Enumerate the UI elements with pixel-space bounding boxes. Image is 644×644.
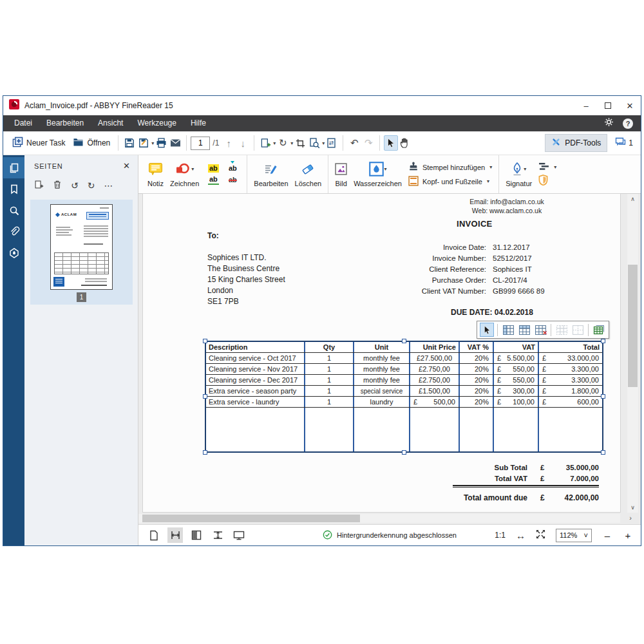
zoom-level-select[interactable]: 112% ˅ — [556, 529, 592, 542]
view-single-page-button[interactable] — [146, 527, 162, 543]
actual-size-button[interactable]: 1:1 — [495, 531, 506, 540]
menu-datei[interactable]: Datei — [7, 115, 39, 131]
vertical-scrollbar[interactable]: ∧ ∨ — [627, 194, 638, 513]
open-button[interactable]: Öffnen — [69, 135, 114, 151]
scroll-down-arrow[interactable]: ∨ — [627, 502, 638, 513]
edit-icon — [264, 162, 278, 177]
fit-width-button[interactable]: ↔ — [516, 530, 526, 541]
select-tool-button[interactable] — [384, 135, 398, 151]
settings-gear-icon[interactable] — [604, 117, 614, 129]
print-button[interactable] — [154, 135, 168, 151]
underline-text-button[interactable]: ab — [208, 175, 219, 185]
close-button[interactable]: ✕ — [619, 96, 641, 115]
previous-page-button[interactable]: ↑ — [222, 135, 236, 151]
crop-button[interactable] — [293, 135, 307, 151]
view-continuous-button[interactable] — [210, 527, 225, 543]
redact-button[interactable]: ▾ — [538, 162, 556, 172]
table-resize-handle[interactable] — [402, 450, 406, 455]
view-two-pages-button[interactable] — [189, 527, 204, 543]
undo-button[interactable]: ↶ — [347, 135, 361, 151]
next-page-button[interactable]: ↓ — [236, 135, 250, 151]
help-icon[interactable]: ? — [623, 118, 633, 129]
protect-button[interactable] — [538, 175, 556, 187]
menu-hilfe[interactable]: Hilfe — [184, 115, 213, 131]
vertical-scrollbar-thumb[interactable] — [628, 265, 638, 387]
panel-close-icon[interactable]: ✕ — [123, 161, 130, 171]
table-resize-handle[interactable] — [203, 394, 207, 399]
menu-ansicht[interactable]: Ansicht — [91, 115, 130, 131]
page-thumbnail[interactable]: ACLAM — [50, 204, 113, 290]
page-thumbnail-selected[interactable]: ACLAM 1 — [30, 200, 133, 305]
note-button[interactable]: Notiz — [147, 162, 164, 187]
shield-icon — [538, 175, 548, 187]
convert-page-button[interactable]: ⇄ — [325, 135, 339, 151]
save-button[interactable] — [122, 135, 137, 151]
hand-tool-button[interactable] — [398, 135, 412, 151]
horizontal-scrollbar[interactable] — [138, 514, 620, 523]
edit-button[interactable]: Bearbeiten — [254, 162, 288, 187]
table-resize-handle[interactable] — [402, 339, 406, 343]
insert-text-button[interactable]: ab — [227, 164, 238, 173]
table-resize-handle[interactable] — [601, 339, 605, 343]
scroll-up-arrow[interactable]: ∧ — [627, 194, 638, 204]
table-resize-handle[interactable] — [601, 394, 605, 399]
erase-button[interactable]: Löschen — [295, 162, 322, 187]
zoom-out-button[interactable]: – — [602, 530, 612, 541]
table-resize-handle[interactable] — [203, 450, 207, 455]
nav-signature-button[interactable] — [3, 242, 24, 263]
image-icon — [335, 162, 347, 177]
table-mode-tool[interactable] — [592, 323, 606, 337]
insert-row-tool[interactable] — [517, 323, 531, 337]
draw-button[interactable]: ▾ Zeichnen — [170, 162, 199, 187]
scroll-right-arrow[interactable]: › — [625, 514, 636, 523]
nav-bookmarks-button[interactable] — [3, 178, 24, 200]
table-resize-handle[interactable] — [203, 339, 207, 343]
annotation-toolbar: Notiz ▾ Zeichnen ab ab ab ab — [138, 155, 641, 194]
open-label: Öffnen — [87, 138, 110, 147]
divider — [186, 135, 187, 151]
document-viewport: Email: info@aclam.co.uk Web: www.aclam.c… — [138, 194, 641, 524]
menu-bearbeiten[interactable]: Bearbeiten — [39, 115, 91, 131]
image-button[interactable]: Bild — [335, 162, 347, 187]
email-icon[interactable] — [168, 135, 182, 151]
preview-search-button[interactable] — [307, 135, 321, 151]
signature-button[interactable]: ▾ Signatur — [506, 162, 532, 187]
minimize-button[interactable]: – — [575, 96, 597, 115]
panel-rotate-right-button[interactable]: ↻ — [88, 180, 95, 191]
rotate-button[interactable]: ↻ — [276, 135, 290, 151]
nav-pages-button[interactable] — [3, 157, 24, 178]
panel-add-page-button[interactable] — [34, 180, 44, 192]
nav-attachments-button[interactable] — [3, 221, 24, 242]
insert-column-tool[interactable] — [501, 323, 515, 337]
header-footer-button[interactable]: Kopf- und Fußzeile ▾ — [408, 176, 492, 187]
zoom-in-button[interactable]: + — [623, 530, 633, 541]
new-task-button[interactable]: Neuer Task — [8, 135, 69, 151]
comments-button[interactable]: 1 — [615, 137, 633, 149]
erase-label: Löschen — [295, 180, 322, 187]
page-number-input[interactable] — [191, 137, 210, 150]
add-stamp-button[interactable]: Stempel hinzufügen ▾ — [408, 162, 492, 173]
merge-cells-tool[interactable] — [554, 323, 569, 337]
add-page-button[interactable] — [258, 135, 272, 151]
redo-button[interactable]: ↷ — [361, 135, 375, 151]
menu-werkzeuge[interactable]: Werkzeuge — [130, 115, 183, 131]
horizontal-scrollbar-thumb[interactable] — [142, 515, 360, 522]
maximize-button[interactable] — [597, 96, 619, 115]
view-presentation-button[interactable] — [231, 527, 247, 543]
panel-more-button[interactable]: ⋯ — [104, 180, 113, 191]
strikethrough-text-button[interactable]: ab — [227, 176, 238, 184]
table-select-tool[interactable] — [480, 323, 494, 337]
watermark-button[interactable]: ▾ Wasserzeichen — [354, 162, 402, 187]
pdf-tools-button[interactable]: PDF-Tools — [545, 134, 607, 152]
panel-delete-page-button[interactable] — [53, 180, 62, 192]
table-resize-handle[interactable] — [601, 450, 605, 455]
delete-cells-tool[interactable]: ✕ — [533, 323, 547, 337]
panel-rotate-left-button[interactable]: ↺ — [71, 180, 79, 191]
view-fit-width-button[interactable] — [167, 527, 183, 543]
split-cells-tool[interactable] — [571, 323, 585, 337]
highlight-text-button[interactable]: ab — [208, 164, 219, 173]
zoom-value: 112% — [560, 531, 577, 539]
nav-search-button[interactable] — [3, 200, 24, 221]
fit-screen-button[interactable] — [536, 529, 545, 542]
save-as-button[interactable] — [137, 135, 151, 151]
